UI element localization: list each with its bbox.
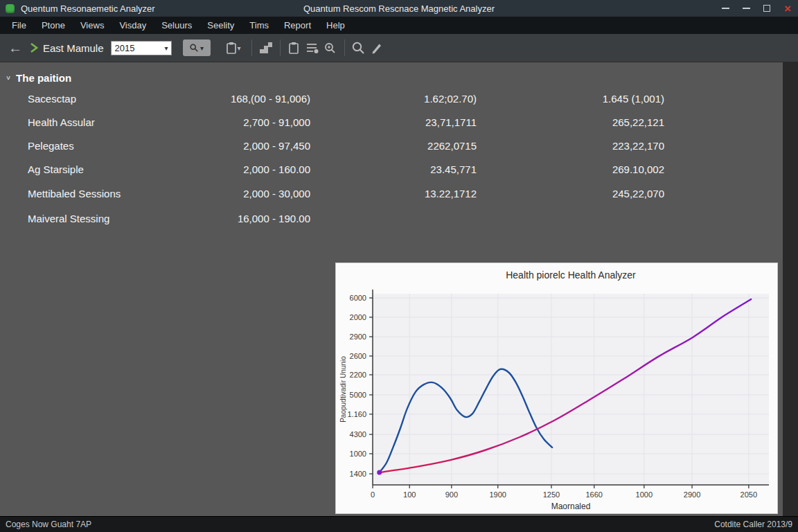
row-value-2: 13.22,1712 (319, 188, 477, 200)
section-header[interactable]: ∨ The paition (6, 72, 71, 84)
zoom-search-button[interactable] (321, 39, 339, 57)
row-range: 16,000 - 190.00 (104, 213, 310, 224)
svg-text:1.160: 1.160 (347, 410, 366, 418)
search-button[interactable] (350, 39, 368, 57)
svg-text:2900: 2900 (350, 332, 366, 341)
stats-steps-button[interactable] (257, 39, 275, 57)
table-row[interactable]: Maiveral Stessing 16,000 - 190.00 (0, 213, 693, 228)
scrollbar[interactable] (783, 62, 798, 516)
close-button[interactable]: × (777, 0, 798, 17)
row-name: Sacesctap (28, 93, 76, 105)
menu-report[interactable]: Report (276, 20, 319, 30)
svg-text:1900: 1900 (490, 490, 506, 499)
chevron-down-icon: ▾ (200, 44, 204, 52)
table-row[interactable]: Health Assular 2,700 - 91,000 23,71,1711… (0, 116, 693, 132)
menu-seelity[interactable]: Seelity (200, 20, 242, 30)
clipboard-icon (288, 42, 300, 55)
table-row[interactable]: Pelegates 2,000 - 97,450 2262,0715 223,2… (0, 140, 693, 155)
breadcrumb: East Mamule (43, 42, 104, 54)
svg-text:Paopudtivadir Ununio: Paopudtivadir Ununio (339, 356, 347, 423)
row-value-3: 245,22,070 (485, 188, 664, 200)
search-dropdown-button[interactable]: ▾ (183, 39, 211, 56)
table-row[interactable]: Mettibaled Sessions 2,000 - 30,000 13.22… (0, 188, 693, 203)
minimize-button-2[interactable] (736, 0, 756, 17)
toolbar: ← East Mamule 2015 ▾ ▾ ▾ (0, 34, 798, 62)
svg-text:2900: 2900 (684, 490, 700, 499)
forward-chevron-icon[interactable] (29, 42, 39, 54)
menu-help[interactable]: Help (319, 20, 353, 30)
table-row[interactable]: Sacesctap 168,(00 - 91,006) 1.62;02.70) … (0, 93, 693, 108)
pencil-icon (370, 41, 384, 55)
magnifier-icon (189, 43, 199, 53)
maximize-button[interactable] (756, 0, 777, 17)
back-button[interactable]: ← (8, 41, 22, 55)
row-range: 2,000 - 97,450 (104, 140, 310, 152)
minimize-button[interactable] (715, 0, 736, 17)
list-settings-icon (305, 42, 319, 54)
main-content: ∨ The paition Sacesctap 168,(00 - 91,006… (0, 62, 798, 516)
row-value-3: 223,22,170 (485, 140, 664, 152)
row-value-3: 265,22,121 (485, 116, 664, 128)
svg-text:1400: 1400 (350, 470, 366, 478)
year-select[interactable]: 2015 ▾ (111, 41, 172, 55)
row-value-3: 269.10,002 (485, 163, 664, 175)
svg-text:6000: 6000 (350, 294, 366, 302)
status-right-text: Cotdite Caller 2013/9 (714, 520, 792, 529)
row-range: 2,000 - 160.00 (104, 163, 310, 175)
close-icon: × (784, 3, 791, 15)
svg-text:4300: 4300 (350, 430, 366, 438)
svg-text:1000: 1000 (350, 450, 366, 458)
row-range: 2,000 - 30,000 (104, 188, 310, 200)
clipboard-icon (226, 42, 238, 55)
row-name: Maiveral Stessing (28, 213, 109, 224)
menu-visday[interactable]: Visday (112, 20, 154, 30)
row-value-2: 1.62;02.70) (319, 93, 477, 105)
list-settings-button[interactable] (303, 39, 321, 57)
toolbar-separator (251, 39, 252, 56)
svg-text:2600: 2600 (350, 352, 366, 360)
edit-button[interactable] (368, 39, 386, 57)
svg-text:Health piorelc Health Analyzer: Health piorelc Health Analyzer (506, 269, 636, 281)
row-range: 168,(00 - 91,006) (104, 93, 310, 105)
row-value-3: 1.645 (1,001) (485, 93, 664, 105)
toolbar-separator (280, 39, 281, 56)
section-title: The paition (16, 72, 71, 84)
row-name: Pelegates (28, 140, 74, 152)
menu-ptone[interactable]: Ptone (34, 20, 73, 30)
chevron-down-icon: ▾ (165, 44, 168, 52)
menu-views[interactable]: Views (73, 20, 112, 30)
svg-text:2200: 2200 (350, 371, 366, 379)
svg-text:1660: 1660 (586, 490, 603, 499)
menu-file[interactable]: File (4, 20, 34, 30)
status-left-text: Coges Now Guaht 7AP (6, 520, 91, 529)
row-value-2: 23,71,1711 (319, 116, 477, 128)
row-range: 2,700 - 91,000 (104, 116, 310, 128)
menu-bar: File Ptone Views Visday Seluurs Seelity … (0, 17, 798, 34)
window-title-left: Quentum Resonaemetic Analyzer (21, 3, 155, 14)
chevron-down-icon: ▾ (238, 44, 241, 52)
svg-text:900: 900 (445, 490, 458, 499)
health-chart-panel: Health piorelc Health Analyzer6000200029… (336, 263, 777, 513)
title-bar: Quentum Resonaemetic Analyzer Quantum Re… (0, 0, 798, 17)
row-name: Ag Starsiple (28, 163, 84, 175)
paste-dropdown-button[interactable]: ▾ (220, 39, 247, 57)
row-name: Health Assular (28, 116, 95, 128)
svg-text:2050: 2050 (741, 490, 757, 499)
svg-text:100: 100 (403, 490, 416, 499)
row-value-2: 2262,0715 (319, 140, 477, 152)
stairs-icon (259, 42, 273, 54)
maximize-icon (763, 5, 770, 12)
svg-text:0: 0 (371, 490, 375, 499)
svg-text:2000: 2000 (350, 313, 366, 321)
table-row[interactable]: Ag Starsiple 2,000 - 160.00 23.45,771 26… (0, 163, 693, 179)
app-icon (6, 4, 15, 13)
report-copy-button[interactable] (285, 39, 303, 57)
year-select-value: 2015 (115, 43, 135, 53)
menu-tims[interactable]: Tims (242, 20, 276, 30)
minimize-icon (743, 8, 750, 9)
svg-text:1250: 1250 (543, 490, 560, 499)
menu-seluurs[interactable]: Seluurs (154, 20, 200, 30)
health-chart-svg: Health piorelc Health Analyzer6000200029… (336, 263, 777, 513)
toolbar-separator (344, 39, 345, 56)
chevron-expand-icon: ∨ (6, 74, 11, 81)
